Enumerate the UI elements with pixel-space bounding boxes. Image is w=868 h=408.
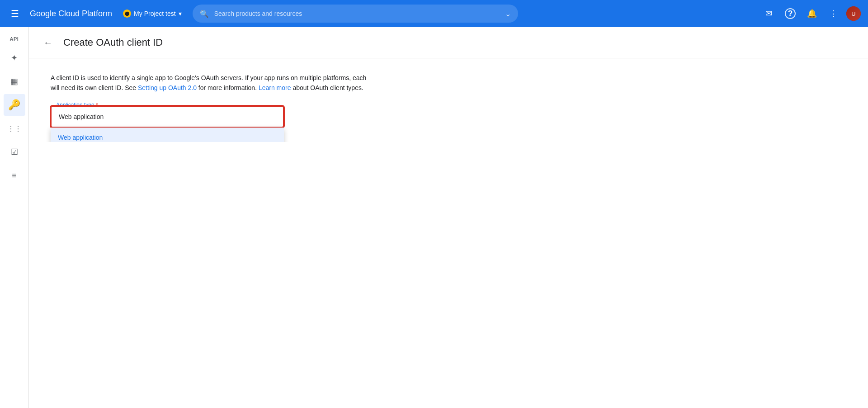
option-label-web-application: Web application <box>58 134 103 141</box>
sidebar-item-pipelines[interactable]: ⋮⋮ <box>4 118 25 139</box>
sidebar-item-metrics[interactable]: ▦ <box>4 71 25 92</box>
search-expand-icon: ⌄ <box>505 9 511 18</box>
credentials-icon: 🔑 <box>8 99 20 111</box>
back-button[interactable]: ← <box>40 34 56 51</box>
description-part2: for more information. <box>197 84 259 91</box>
top-nav: ☰ Google Cloud Platform ⬤ My Project tes… <box>0 0 868 27</box>
content-area: A client ID is used to identify a single… <box>29 58 868 142</box>
project-dot: ⬤ <box>123 9 131 18</box>
nav-right-actions: ✉ ? 🔔 ⋮ U <box>760 5 861 23</box>
back-arrow-icon: ← <box>43 38 52 48</box>
help-button[interactable]: ? <box>781 5 799 23</box>
learn-more-link[interactable]: Learn more <box>259 84 291 91</box>
dropdown-options-list: Web application Android Chrome app iOS T… <box>51 128 284 142</box>
selected-option-label: Web application <box>59 113 104 120</box>
dashboard-icon: ✦ <box>11 53 18 63</box>
description-text: A client ID is used to identify a single… <box>51 73 367 93</box>
email-button[interactable]: ✉ <box>760 5 778 23</box>
description-part3: about OAuth client types. <box>291 84 363 91</box>
avatar[interactable]: U <box>846 6 861 21</box>
bell-icon: 🔔 <box>807 9 817 19</box>
sidebar-item-credentials[interactable]: 🔑 <box>4 94 25 116</box>
search-icon: 🔍 <box>200 9 209 18</box>
metrics-icon: ▦ <box>10 76 18 86</box>
page-title: Create OAuth client ID <box>63 37 163 48</box>
search-bar[interactable]: 🔍 ⌄ <box>193 5 518 23</box>
page-header: ← Create OAuth client ID <box>29 27 868 58</box>
more-icon: ⋮ <box>830 9 838 19</box>
hamburger-icon: ☰ <box>11 8 19 19</box>
project-selector[interactable]: ⬤ My Project test ▾ <box>119 8 185 19</box>
pipelines-icon: ⋮⋮ <box>7 124 22 133</box>
project-chevron-icon: ▾ <box>179 10 182 17</box>
more-options-button[interactable]: ⋮ <box>825 5 843 23</box>
nav-logo: Google Cloud Platform <box>30 9 112 19</box>
email-icon: ✉ <box>765 9 772 19</box>
option-web-application[interactable]: Web application <box>51 128 284 142</box>
hamburger-button[interactable]: ☰ <box>7 5 23 23</box>
sidebar-item-tasks[interactable]: ☑ <box>4 141 25 142</box>
sidebar-api-label: API <box>10 31 19 45</box>
sidebar-item-dashboard[interactable]: ✦ <box>4 47 25 69</box>
project-name: My Project test <box>134 10 176 17</box>
application-type-field: Application type * Web application Web a… <box>51 106 284 128</box>
notifications-button[interactable]: 🔔 <box>803 5 821 23</box>
search-input[interactable] <box>214 10 500 17</box>
sidebar: API ✦ ▦ 🔑 ⋮⋮ ☑ ≡ <box>0 27 29 142</box>
oauth-setup-link[interactable]: Setting up OAuth 2.0 <box>138 84 197 91</box>
main-content: ← Create OAuth client ID A client ID is … <box>29 27 868 142</box>
help-icon: ? <box>785 8 796 19</box>
application-type-select[interactable]: Web application <box>51 106 284 128</box>
logo-text: Google Cloud Platform <box>30 9 112 19</box>
